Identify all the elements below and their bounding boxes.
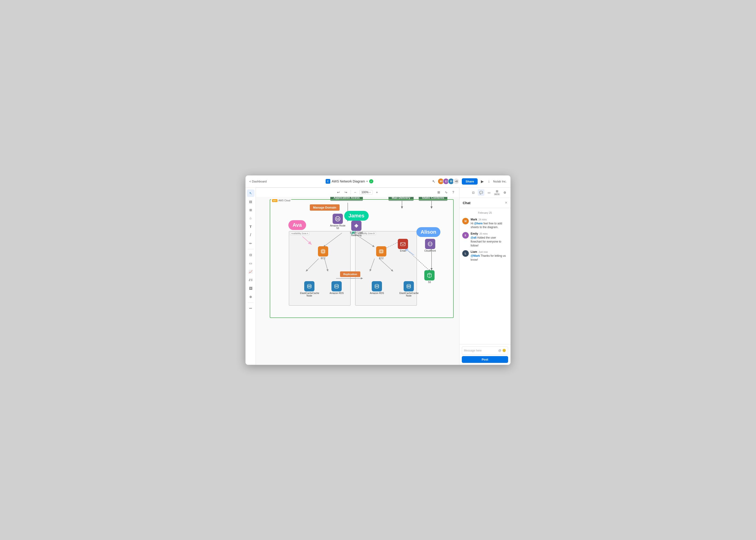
s3-label: S3 [428,281,431,284]
sidebar-tool-chart[interactable]: 📈 [247,268,254,275]
cursor-mode-icon[interactable]: ↖ [432,179,435,184]
chat-input-area: Message here @ 🙂 Post [459,344,510,365]
s3-node[interactable]: S3 [424,270,435,284]
az-a-box: Availability Zone A [289,231,350,306]
cloudfront-node[interactable]: CloudFront [424,239,436,252]
mark-avatar: M [462,218,469,224]
sidebar-tool-more[interactable]: ••• [247,305,254,312]
svg-point-22 [357,225,358,226]
elasticache-b-node[interactable]: ElastiCacheCache Node [399,281,418,297]
az-a-label: Availability Zone A [290,232,309,235]
svg-point-46 [335,284,338,286]
svg-text:53: 53 [336,217,339,221]
sidebar-tool-notes[interactable]: ▤ [247,198,254,205]
rds-a-node[interactable]: Amazon RDS [329,281,344,295]
svg-point-21 [354,225,355,226]
share-button[interactable]: Share [462,178,478,185]
emily-text: @all Added the user flowchart for everyo… [471,236,508,247]
fit-button[interactable]: ⊞ [436,190,441,195]
app-window: < Dashboard C AWS Network Diagram ▾ ✓ ↖ … [245,175,511,365]
zoom-out-button[interactable]: − [353,190,357,195]
dropdown-arrow-icon[interactable]: ▾ [366,180,368,183]
route53-node[interactable]: 53 Amazon Route 53 [328,214,347,229]
title-bar-right: ↖ M E R +8 Share ▶ ↓ Nulab Inc. [432,178,507,185]
play-button[interactable]: ▶ [480,178,485,185]
liam-message-content: Liam Just now @Mark Thanks for letting u… [471,250,508,262]
svg-rect-59 [401,242,405,246]
rds-b-icon [372,281,382,291]
sidebar-tool-embed[interactable]: ⊕ [247,293,254,301]
s3-icon [424,270,435,281]
ec2-b-icon [376,246,386,256]
liam-name: Liam [471,250,477,253]
emoji-icon[interactable]: 🙂 [502,349,506,352]
diagram-title-group: C AWS Network Diagram ▾ ✓ [325,179,373,184]
redo-button[interactable]: ↪ [343,190,349,195]
sidebar-tool-shapes[interactable]: ⊞ [247,206,254,214]
svg-point-45 [308,285,311,287]
panel-collab-button[interactable]: ⊞ BETA [494,189,500,196]
post-button[interactable]: Post [462,356,508,363]
aws-badge: aws [272,199,278,202]
ec2-a-node[interactable]: EC2 [318,246,328,259]
ec2-b-node[interactable]: EC2 [376,246,386,259]
elb-node[interactable]: Elastic Load Balancing [347,221,366,236]
rds-b-node[interactable]: Amazon RDS [370,281,384,295]
bottom-toolbar: ↩ ↪ − 100% ▾ + ⊞ ∿ ? [256,188,459,197]
mark-name: Mark [471,218,477,221]
sidebar-divider-1 [248,249,253,249]
sidebar-tool-card[interactable]: ▭ [247,259,254,267]
message-liam: L Liam Just now @Mark Thanks for letting… [462,250,508,262]
sidebar-tool-favorites[interactable]: ☆ [247,214,254,222]
ec2-a-label: EC2 [321,257,325,259]
mark-time: 24 mins [478,218,487,221]
sidebar-tool-text[interactable]: T [247,223,254,230]
download-button[interactable]: ↓ [487,178,491,184]
emily-avatar: E [462,232,469,239]
elasticache-b-label: ElastiCacheCache Node [399,292,418,297]
back-to-dashboard[interactable]: < Dashboard [249,180,267,183]
panel-video-button[interactable]: ▭ [486,189,492,196]
sidebar-tool-pen[interactable]: ✏ [247,240,254,247]
svg-point-24 [356,227,357,228]
svg-point-23 [356,224,357,225]
mark-text: Hi @here feel free to add sheets to the … [471,221,508,229]
panel-screen-button[interactable]: ⊡ [470,189,476,196]
panel-chat-button[interactable]: 💬 [478,189,484,196]
sidebar-tool-network[interactable]: ⛙ [247,276,254,284]
zoom-level-display[interactable]: 100% ▾ [359,190,373,195]
sidebar-tool-line[interactable]: / [247,231,254,239]
elasticache-a-node[interactable]: ElastiCacheCache Node [300,281,318,297]
help-button[interactable]: ? [451,190,455,195]
sidebar-tool-image[interactable]: 🖼 [247,285,254,292]
avatar-overflow: +8 [453,178,459,185]
email-node[interactable]: Email [398,239,408,252]
right-panel-toolbar: ⊡ 💬 ▭ ⊞ BETA ⚙ [459,188,510,198]
wave-button[interactable]: ∿ [443,190,449,195]
sidebar-tool-table[interactable]: ⊟ [247,251,254,259]
right-panel: ⊡ 💬 ▭ ⊞ BETA ⚙ Chat × F [459,188,510,365]
at-icon[interactable]: @ [498,349,501,352]
manage-domain-label: Manage Domain [310,204,339,211]
org-name-label: Nulab Inc. [493,180,507,183]
chat-messages[interactable]: February 25 M Mark 24 mins Hi @here feel… [459,208,510,344]
liam-time: Just now [478,251,488,253]
undo-button[interactable]: ↩ [336,190,341,195]
diagram-name-label[interactable]: AWS Network Diagram [332,180,365,183]
panel-settings-button[interactable]: ⚙ [502,189,508,196]
chat-input-icons: @ 🙂 [498,349,506,352]
chat-close-button[interactable]: × [505,201,507,205]
aws-cloud-text: AWS Cloud [278,199,290,202]
sidebar-tool-cursor[interactable]: ↖ [247,190,254,197]
zoom-in-button[interactable]: + [374,190,379,195]
zoom-dropdown-icon: ▾ [369,191,371,194]
title-bar: < Dashboard C AWS Network Diagram ▾ ✓ ↖ … [246,176,510,188]
elb-icon [351,221,361,231]
svg-point-49 [335,287,338,288]
aws-cloud-label: aws AWS Cloud [271,199,291,202]
rds-a-label: Amazon RDS [329,292,344,295]
chat-input-box[interactable]: Message here @ 🙂 [462,346,508,355]
collaborators-avatar-group: M E R +8 [438,178,459,185]
saved-status-icon: ✓ [369,179,373,184]
canvas-area[interactable]: Application Acess Mail Delivery Static C… [256,188,459,365]
